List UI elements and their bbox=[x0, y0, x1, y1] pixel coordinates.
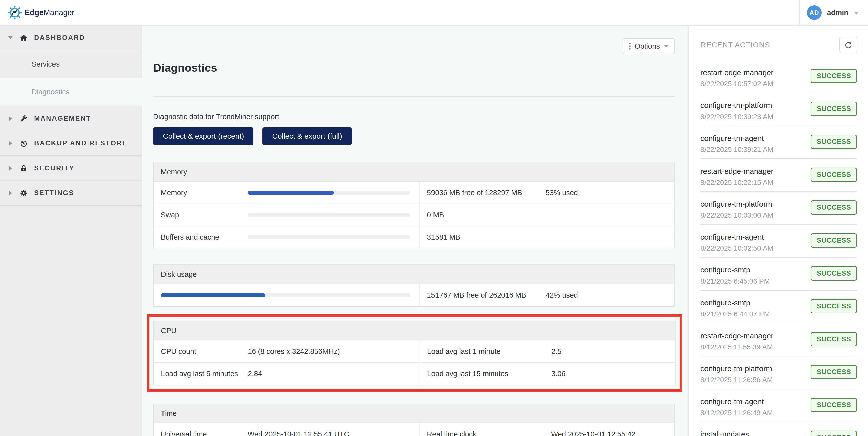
row-label: Load avg last 5 minutes bbox=[161, 370, 248, 378]
row-value: 3.06 bbox=[551, 370, 565, 378]
action-name: configure-tm-platform bbox=[701, 365, 811, 373]
row-label: CPU count bbox=[161, 347, 248, 355]
table-row: Load avg last 5 minutes 2.84 Load avg la… bbox=[154, 363, 675, 384]
recent-action-text: configure-tm-agent 8/22/2025 10:39:21 AM bbox=[701, 134, 811, 154]
brand-name: EdgeManager bbox=[25, 8, 74, 17]
action-name: configure-tm-platform bbox=[701, 101, 811, 110]
memory-section: Memory Memory 59036 MB free of 128297 MB… bbox=[153, 162, 675, 248]
sidebar-item-security[interactable]: SECURITY bbox=[0, 156, 142, 181]
sidebar-item-settings[interactable]: SETTINGS bbox=[0, 181, 142, 206]
recent-action-text: configure-tm-platform 8/22/2025 10:39:23… bbox=[701, 101, 811, 121]
collect-export-full-button[interactable]: Collect & export (full) bbox=[262, 127, 351, 145]
title-divider bbox=[153, 96, 675, 97]
action-timestamp: 8/22/2025 10:03:00 AM bbox=[701, 212, 811, 219]
recent-action-item[interactable]: configure-tm-agent 8/12/2025 11:26:49 AM… bbox=[701, 389, 857, 422]
action-name: configure-tm-platform bbox=[701, 200, 811, 209]
recent-action-text: configure-smtp 8/21/2025 6:45:06 PM bbox=[701, 266, 811, 285]
action-name: configure-tm-agent bbox=[701, 233, 811, 241]
chevron-right-icon bbox=[8, 166, 12, 170]
row-label: Load avg last 1 minute bbox=[427, 347, 551, 355]
row-extra-value: 42% used bbox=[546, 291, 578, 300]
page-toolbar: Options bbox=[153, 38, 675, 54]
row-label: Memory bbox=[161, 189, 248, 197]
status-badge: SUCCESS bbox=[811, 398, 857, 412]
recent-action-item[interactable]: configure-tm-platform 8/22/2025 10:39:23… bbox=[701, 93, 857, 126]
cpu-highlight-frame: CPU CPU count 16 (8 cores x 3242.856MHz)… bbox=[147, 314, 682, 392]
disk-usage-section-header: Disk usage bbox=[154, 265, 674, 284]
recent-action-item[interactable]: restart-edge-manager 8/22/2025 10:57:02 … bbox=[701, 60, 857, 93]
sidebar-item-label: SECURITY bbox=[34, 164, 74, 172]
action-timestamp: 8/22/2025 10:57:02 AM bbox=[701, 80, 811, 88]
recent-action-text: configure-smtp 8/21/2025 6:44:07 PM bbox=[701, 299, 811, 318]
sidebar-item-diagnostics[interactable]: Diagnostics bbox=[0, 79, 142, 106]
row-extra-value: 53% used bbox=[546, 189, 578, 197]
recent-action-item[interactable]: configure-tm-agent 8/22/2025 10:39:21 AM… bbox=[701, 126, 857, 159]
action-name: restart-edge-manager bbox=[701, 332, 811, 340]
sidebar-item-label: SETTINGS bbox=[34, 189, 74, 197]
row-value: 151767 MB free of 262016 MB bbox=[427, 291, 546, 300]
recent-action-text: configure-tm-agent 8/22/2025 10:02:50 AM bbox=[701, 233, 811, 252]
table-row: Swap 0 MB bbox=[154, 204, 674, 226]
export-buttons-row: Collect & export (recent) Collect & expo… bbox=[153, 127, 675, 145]
recent-action-item[interactable]: configure-tm-platform 8/12/2025 11:26:56… bbox=[701, 356, 857, 389]
avatar: AD bbox=[807, 5, 822, 20]
sidebar-item-label: BACKUP AND RESTORE bbox=[34, 139, 128, 147]
table-row: Buffers and cache 31581 MB bbox=[154, 226, 674, 248]
action-timestamp: 8/12/2025 11:55:39 AM bbox=[701, 343, 811, 351]
options-button[interactable]: Options bbox=[623, 38, 675, 54]
refresh-button[interactable] bbox=[839, 37, 858, 53]
action-timestamp: 8/22/2025 10:22:15 AM bbox=[701, 179, 811, 187]
recent-action-item[interactable]: configure-tm-platform 8/22/2025 10:03:00… bbox=[701, 192, 857, 225]
sidebar-item-label: MANAGEMENT bbox=[34, 115, 91, 122]
recent-action-item[interactable]: restart-edge-manager 8/22/2025 10:22:15 … bbox=[701, 159, 857, 192]
brand-logo[interactable]: EdgeManager bbox=[0, 0, 80, 25]
recent-actions-header: RECENT ACTIONS bbox=[689, 26, 868, 53]
row-value: 2.84 bbox=[248, 370, 262, 378]
row-label: Load avg last 15 minutes bbox=[427, 370, 551, 378]
cpu-section-title: CPU bbox=[161, 326, 176, 335]
recent-actions-list: restart-edge-manager 8/22/2025 10:57:02 … bbox=[701, 60, 857, 436]
brand-name-light: Manager bbox=[44, 8, 74, 17]
row-value: Wed 2025-10-01 12:55:42 bbox=[551, 430, 636, 436]
home-icon bbox=[18, 34, 29, 42]
recent-action-item[interactable]: configure-smtp 8/21/2025 6:44:07 PM SUCC… bbox=[701, 290, 857, 323]
main-content: Options Diagnostics Diagnostic data for … bbox=[142, 26, 688, 436]
disk-progress-bar bbox=[161, 293, 410, 297]
row-value: Wed 2025-10-01 12:55:41 UTC bbox=[248, 430, 349, 436]
row-value: 2.5 bbox=[551, 347, 561, 355]
action-timestamp: 8/12/2025 11:26:49 AM bbox=[701, 409, 811, 417]
sidebar-item-services[interactable]: Services bbox=[0, 51, 142, 79]
row-label: Swap bbox=[161, 211, 248, 219]
status-badge: SUCCESS bbox=[811, 200, 857, 215]
action-timestamp: 8/22/2025 10:02:50 AM bbox=[701, 244, 811, 252]
gear-icon bbox=[18, 189, 29, 197]
recent-action-item[interactable]: configure-tm-agent 8/22/2025 10:02:50 AM… bbox=[701, 225, 857, 258]
restore-icon bbox=[18, 139, 29, 148]
recent-action-item[interactable]: configure-smtp 8/21/2025 6:45:06 PM SUCC… bbox=[701, 258, 857, 290]
recent-action-text: restart-edge-manager 8/22/2025 10:57:02 … bbox=[701, 68, 811, 88]
user-name: admin bbox=[827, 8, 848, 17]
user-menu[interactable]: AD admin bbox=[800, 0, 868, 25]
status-badge: SUCCESS bbox=[811, 102, 857, 116]
recent-action-text: restart-edge-manager 8/22/2025 10:22:15 … bbox=[701, 167, 811, 187]
row-label: Buffers and cache bbox=[161, 233, 248, 241]
status-badge: SUCCESS bbox=[811, 135, 857, 149]
collect-export-recent-button[interactable]: Collect & export (recent) bbox=[153, 127, 253, 145]
status-badge: SUCCESS bbox=[811, 299, 857, 313]
lock-icon bbox=[18, 164, 29, 172]
memory-section-title: Memory bbox=[161, 168, 187, 176]
time-section-title: Time bbox=[161, 409, 177, 418]
refresh-icon bbox=[844, 41, 853, 49]
sidebar-item-backup-and-restore[interactable]: BACKUP AND RESTORE bbox=[0, 131, 142, 156]
recent-action-text: configure-tm-agent 8/12/2025 11:26:49 AM bbox=[701, 397, 811, 417]
sidebar-item-dashboard[interactable]: DASHBOARD bbox=[0, 26, 142, 51]
status-badge: SUCCESS bbox=[811, 431, 857, 436]
chevron-right-icon bbox=[8, 116, 12, 121]
sidebar-item-management[interactable]: MANAGEMENT bbox=[0, 106, 142, 131]
recent-action-item[interactable]: install-updates SUCCESS bbox=[701, 422, 857, 436]
chevron-right-icon bbox=[8, 191, 12, 195]
recent-action-item[interactable]: restart-edge-manager 8/12/2025 11:55:39 … bbox=[701, 323, 857, 356]
chevron-right-icon bbox=[8, 141, 12, 146]
row-label: Universal time bbox=[161, 430, 248, 436]
status-badge: SUCCESS bbox=[811, 233, 857, 248]
